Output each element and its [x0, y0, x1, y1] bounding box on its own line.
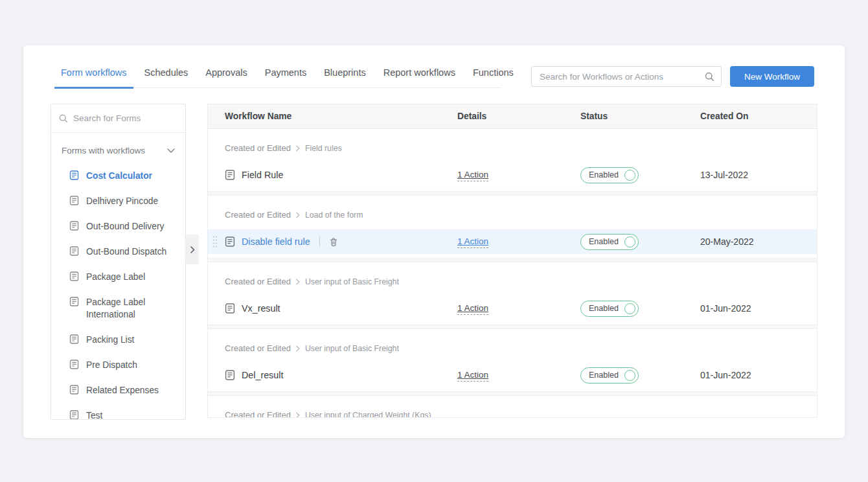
- breadcrumb: Created or Edited Load of the form: [208, 210, 817, 220]
- workflow-table: Workflow Name Details Status Created On …: [207, 104, 817, 418]
- workflow-group: Created or Edited User input of Basic Fr…: [208, 329, 817, 391]
- chevron-right-icon: [296, 212, 300, 218]
- workflow-group: Created or Edited Field rules Field Rule…: [208, 129, 817, 191]
- delete-workflow-button[interactable]: [329, 237, 338, 247]
- drag-handle-icon[interactable]: [212, 236, 218, 248]
- main-panel: Form workflows Schedules Approvals Payme…: [23, 45, 845, 438]
- action-count-link[interactable]: 1 Action: [457, 303, 488, 315]
- sidebar-item-related-expenses[interactable]: Related Expenses: [51, 378, 185, 403]
- forms-sidebar: Forms with workflows Cost Calculator Del…: [51, 104, 186, 420]
- breadcrumb-target: Field rules: [305, 144, 342, 153]
- breadcrumb-target: User input of Basic Freight: [305, 277, 399, 286]
- action-count-link[interactable]: 1 Action: [457, 170, 488, 181]
- breadcrumb-event: Created or Edited: [225, 410, 291, 418]
- sidebar-item-cost-calculator[interactable]: Cost Calculator: [51, 163, 185, 189]
- status-toggle[interactable]: Enabled: [580, 234, 639, 250]
- status-toggle[interactable]: Enabled: [580, 301, 639, 317]
- tab-schedules[interactable]: Schedules: [138, 63, 195, 87]
- breadcrumb-target: Load of the form: [305, 211, 363, 220]
- forms-search-input[interactable]: [73, 113, 186, 123]
- divider: [319, 236, 320, 247]
- form-item-label: Packing List: [86, 334, 134, 346]
- group-separator: [208, 191, 817, 196]
- breadcrumb-event: Created or Edited: [225, 277, 291, 286]
- workflow-icon: [225, 303, 235, 314]
- status-label: Enabled: [589, 170, 619, 179]
- workflow-group: Created or Edited User input of Charged …: [208, 396, 817, 418]
- sidebar-expand-handle[interactable]: [186, 235, 199, 264]
- form-item-label: Out-Bound Delivery: [86, 220, 164, 233]
- workflow-name[interactable]: Disable field rule: [242, 236, 310, 247]
- workflow-name[interactable]: Del_result: [242, 370, 283, 380]
- new-workflow-button[interactable]: New Workflow: [730, 66, 814, 87]
- status-toggle[interactable]: Enabled: [580, 167, 639, 183]
- created-on-date: 13-Jul-2022: [700, 170, 817, 180]
- workflow-icon: [225, 170, 235, 180]
- sidebar-item-pre-dispatch[interactable]: Pre Dispatch: [51, 352, 185, 378]
- form-icon: [69, 334, 79, 344]
- group-separator: [208, 325, 817, 329]
- created-on-date: 01-Jun-2022: [700, 370, 817, 380]
- tab-payments[interactable]: Payments: [258, 63, 313, 87]
- form-icon: [69, 360, 79, 369]
- table-row[interactable]: Vx_result 1 Action Enabled 01-Jun-2022: [208, 296, 817, 321]
- sidebar-item-packing-list[interactable]: Packing List: [51, 327, 185, 352]
- created-on-date: 20-May-2022: [700, 236, 817, 247]
- table-row-selected[interactable]: Disable field rule 1 Action Enabled 20-M…: [208, 229, 817, 254]
- tab-blueprints[interactable]: Blueprints: [317, 63, 372, 87]
- forms-list: Cost Calculator Delhivery Pincode Out-Bo…: [51, 159, 185, 420]
- form-icon: [69, 385, 79, 395]
- workflow-name[interactable]: Vx_result: [242, 303, 280, 314]
- tab-functions[interactable]: Functions: [466, 63, 520, 87]
- table-row[interactable]: Field Rule 1 Action Enabled 13-Jul-2022: [208, 163, 817, 187]
- status-toggle[interactable]: Enabled: [580, 367, 639, 384]
- action-count-link[interactable]: 1 Action: [457, 236, 488, 248]
- action-count-link[interactable]: 1 Action: [457, 370, 488, 382]
- breadcrumb: Created or Edited User input of Basic Fr…: [208, 277, 817, 286]
- chevron-right-icon: [296, 279, 300, 285]
- form-item-label: Pre Dispatch: [86, 359, 137, 371]
- col-details: Details: [457, 111, 580, 121]
- table-header: Workflow Name Details Status Created On: [208, 104, 817, 129]
- sidebar-item-delhivery-pincode[interactable]: Delhivery Pincode: [51, 189, 185, 214]
- chevron-right-icon: [296, 412, 300, 419]
- sidebar-item-package-label[interactable]: Package Label: [51, 264, 185, 290]
- trash-icon: [329, 237, 338, 247]
- breadcrumb-event: Created or Edited: [225, 210, 291, 220]
- workflow-name[interactable]: Field Rule: [242, 170, 283, 180]
- col-status: Status: [580, 111, 700, 121]
- toggle-knob: [624, 370, 635, 381]
- workflow-group: Created or Edited User input of Basic Fr…: [208, 262, 817, 325]
- toggle-knob: [624, 170, 635, 181]
- workflow-icon: [225, 370, 235, 380]
- breadcrumb-event: Created or Edited: [225, 143, 291, 153]
- group-separator: [208, 258, 817, 262]
- form-icon: [69, 246, 79, 256]
- breadcrumb: Created or Edited User input of Charged …: [208, 410, 817, 418]
- sidebar-item-package-label-international[interactable]: Package Label International: [51, 290, 171, 327]
- forms-filter-label: Forms with workflows: [62, 146, 145, 155]
- form-item-label: Related Expenses: [86, 384, 159, 396]
- forms-filter-dropdown[interactable]: Forms with workflows: [51, 133, 185, 159]
- breadcrumb-event: Created or Edited: [225, 343, 291, 353]
- tab-approvals[interactable]: Approvals: [199, 63, 253, 87]
- sidebar-item-test[interactable]: Test: [51, 403, 185, 420]
- form-icon: [69, 297, 79, 306]
- form-item-label: Package Label International: [86, 296, 165, 321]
- form-icon: [69, 221, 79, 231]
- form-item-label: Test: [86, 409, 102, 420]
- sidebar-item-out-bound-dispatch[interactable]: Out-Bound Dispatch: [51, 239, 185, 264]
- status-label: Enabled: [589, 371, 619, 380]
- search-icon[interactable]: [705, 72, 714, 82]
- status-label: Enabled: [589, 237, 619, 246]
- workflow-search-input[interactable]: [532, 72, 705, 82]
- table-row[interactable]: Del_result 1 Action Enabled 01-Jun-2022: [208, 363, 817, 387]
- search-icon: [59, 114, 68, 123]
- form-item-label: Package Label: [86, 271, 145, 283]
- tab-report-workflows[interactable]: Report workflows: [377, 63, 462, 87]
- sidebar-item-out-bound-delivery[interactable]: Out-Bound Delivery: [51, 214, 185, 239]
- tab-form-workflows[interactable]: Form workflows: [54, 63, 133, 89]
- form-item-label: Delhivery Pincode: [86, 195, 158, 207]
- breadcrumb: Created or Edited Field rules: [208, 143, 817, 153]
- workflow-icon: [225, 236, 235, 247]
